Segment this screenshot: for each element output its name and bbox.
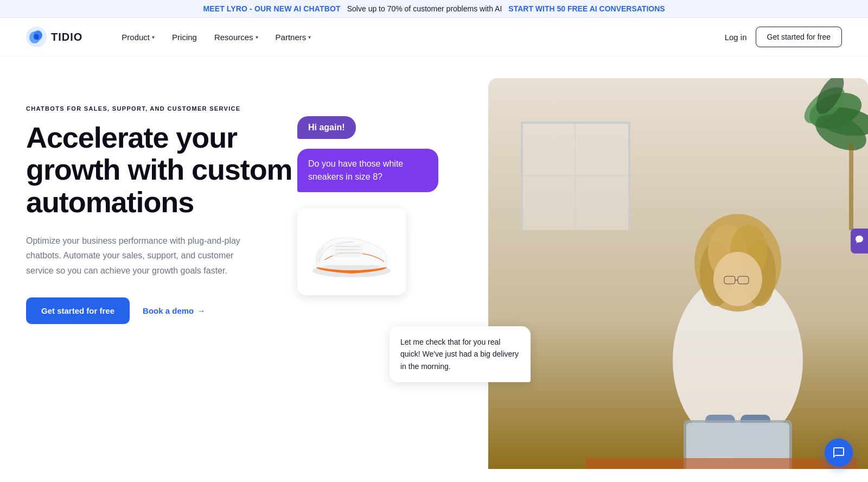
- solve-text: Solve up to 70% of customer problems wit…: [347, 4, 502, 13]
- meet-lyro-link[interactable]: MEET LYRO - OUR NEW AI CHATBOT: [203, 4, 340, 13]
- chevron-down-icon: ▾: [308, 34, 311, 40]
- login-button[interactable]: Log in: [725, 33, 747, 42]
- svg-point-31: [312, 264, 391, 277]
- hero-visual: Hi again! Do you have those white sneake…: [330, 89, 842, 469]
- question-text: Do you have those white sneakers in size…: [308, 159, 403, 181]
- nav-resources[interactable]: Resources ▾: [208, 28, 265, 46]
- start-free-link[interactable]: START WITH 50 FREE AI CONVERSATIONS: [508, 4, 665, 13]
- hero-cta-primary[interactable]: Get started for free: [26, 297, 130, 324]
- book-demo-label: Book a demo: [143, 306, 194, 315]
- svg-point-3: [34, 34, 39, 40]
- svg-rect-32: [333, 244, 362, 257]
- chat-bubble-shoe: [297, 208, 406, 295]
- greeting-text: Hi again!: [308, 123, 345, 132]
- hero-buttons: Get started for free Book a demo →: [26, 297, 297, 324]
- tidio-side-tab[interactable]: [851, 229, 868, 253]
- hero-section: CHATBOTS FOR SALES, SUPPORT, AND CUSTOME…: [0, 56, 868, 469]
- logo[interactable]: TIDIO: [26, 27, 82, 47]
- shoe-icon: [308, 225, 395, 279]
- chat-widget-button[interactable]: [825, 439, 853, 467]
- hero-content: CHATBOTS FOR SALES, SUPPORT, AND CUSTOME…: [26, 89, 297, 324]
- hero-image: [488, 78, 868, 469]
- nav-partners-label: Partners: [276, 33, 307, 42]
- person-silhouette: [586, 154, 857, 469]
- chevron-down-icon: ▾: [152, 34, 155, 40]
- nav-product[interactable]: Product ▾: [115, 28, 161, 46]
- svg-rect-30: [586, 458, 857, 469]
- chat-side-icon: [855, 235, 864, 244]
- hero-title: Accelerate your growth with custom autom…: [26, 122, 297, 218]
- nav-pricing-label: Pricing: [172, 33, 197, 42]
- nav-actions: Log in Get started for free: [725, 27, 842, 47]
- chat-widget-icon: [832, 446, 845, 459]
- nav-product-label: Product: [122, 33, 150, 42]
- arrow-icon: →: [197, 306, 205, 315]
- nav-pricing[interactable]: Pricing: [165, 28, 203, 46]
- chat-overlay: Hi again! Do you have those white sneake…: [286, 89, 514, 469]
- chat-bubble-greeting: Hi again!: [297, 116, 356, 139]
- hero-description: Optimize your business performance with …: [26, 233, 259, 278]
- hero-tagline: CHATBOTS FOR SALES, SUPPORT, AND CUSTOME…: [26, 105, 297, 112]
- hero-cta-secondary[interactable]: Book a demo →: [143, 306, 205, 315]
- tidio-logo-icon: [26, 27, 47, 47]
- chat-bubble-question: Do you have those white sneakers in size…: [297, 149, 438, 192]
- navbar-get-started-button[interactable]: Get started for free: [756, 27, 843, 47]
- nav-partners[interactable]: Partners ▾: [269, 28, 318, 46]
- chevron-down-icon: ▾: [256, 34, 258, 40]
- logo-text: TIDIO: [51, 31, 82, 43]
- nav-resources-label: Resources: [214, 33, 253, 42]
- top-banner: MEET LYRO - OUR NEW AI CHATBOT Solve up …: [0, 0, 868, 18]
- nav-links: Product ▾ Pricing Resources ▾ Partners ▾: [115, 28, 724, 46]
- navbar: TIDIO Product ▾ Pricing Resources ▾ Part…: [0, 18, 868, 56]
